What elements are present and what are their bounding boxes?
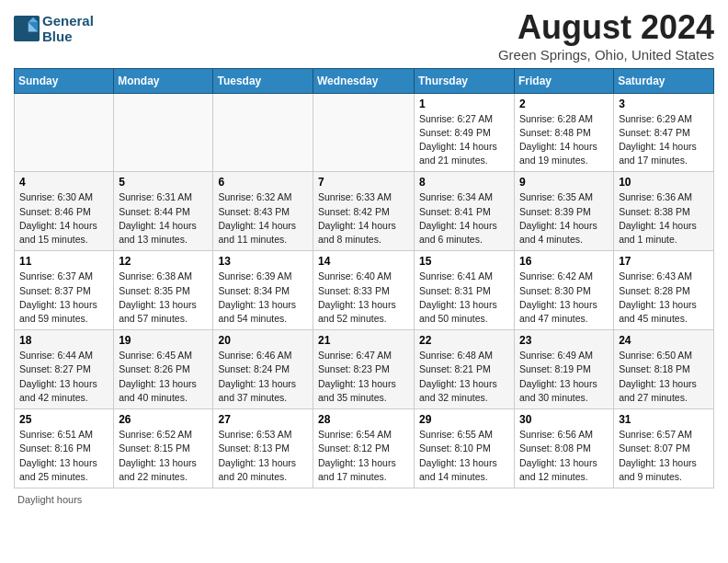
day-number: 14	[318, 255, 409, 268]
day-number: 27	[218, 413, 308, 426]
day-of-week-friday: Friday	[515, 68, 614, 93]
week-row-4: 25Sunrise: 6:51 AM Sunset: 8:16 PM Dayli…	[15, 409, 714, 488]
day-of-week-saturday: Saturday	[614, 68, 714, 93]
calendar-cell: 22Sunrise: 6:48 AM Sunset: 8:21 PM Dayli…	[415, 330, 515, 409]
day-of-week-sunday: Sunday	[15, 68, 114, 93]
day-number: 20	[218, 334, 308, 347]
logo-line1: General	[42, 13, 94, 29]
day-number: 25	[19, 413, 108, 426]
calendar-cell: 26Sunrise: 6:52 AM Sunset: 8:15 PM Dayli…	[114, 409, 213, 488]
week-row-3: 18Sunrise: 6:44 AM Sunset: 8:27 PM Dayli…	[15, 330, 714, 409]
day-info: Sunrise: 6:30 AM Sunset: 8:46 PM Dayligh…	[19, 190, 108, 247]
month-title: August 2024	[498, 9, 714, 46]
day-number: 6	[218, 176, 308, 189]
day-info: Sunrise: 6:28 AM Sunset: 8:48 PM Dayligh…	[519, 112, 609, 168]
day-info: Sunrise: 6:52 AM Sunset: 8:15 PM Dayligh…	[119, 428, 208, 484]
title-block: August 2024 Green Springs, Ohio, United …	[498, 9, 714, 63]
day-info: Sunrise: 6:36 AM Sunset: 8:38 PM Dayligh…	[619, 190, 709, 247]
week-row-2: 11Sunrise: 6:37 AM Sunset: 8:37 PM Dayli…	[15, 251, 714, 330]
day-info: Sunrise: 6:38 AM Sunset: 8:35 PM Dayligh…	[119, 270, 208, 326]
day-info: Sunrise: 6:55 AM Sunset: 8:10 PM Dayligh…	[419, 428, 509, 484]
calendar-cell: 16Sunrise: 6:42 AM Sunset: 8:30 PM Dayli…	[515, 251, 614, 330]
calendar-cell	[114, 93, 213, 172]
calendar-cell: 3Sunrise: 6:29 AM Sunset: 8:47 PM Daylig…	[614, 93, 714, 172]
day-info: Sunrise: 6:37 AM Sunset: 8:37 PM Dayligh…	[19, 270, 108, 326]
calendar-cell: 28Sunrise: 6:54 AM Sunset: 8:12 PM Dayli…	[313, 409, 415, 488]
day-number: 3	[619, 98, 709, 110]
calendar-cell: 6Sunrise: 6:32 AM Sunset: 8:43 PM Daylig…	[213, 172, 313, 251]
page: General Blue August 2024 Green Springs, …	[0, 0, 728, 514]
day-number: 1	[419, 98, 509, 110]
day-number: 11	[19, 255, 108, 268]
calendar-cell: 2Sunrise: 6:28 AM Sunset: 8:48 PM Daylig…	[515, 93, 614, 172]
day-info: Sunrise: 6:46 AM Sunset: 8:24 PM Dayligh…	[218, 349, 308, 405]
calendar-header-row: SundayMondayTuesdayWednesdayThursdayFrid…	[15, 68, 714, 93]
day-info: Sunrise: 6:39 AM Sunset: 8:34 PM Dayligh…	[218, 270, 308, 326]
calendar-cell: 23Sunrise: 6:49 AM Sunset: 8:19 PM Dayli…	[515, 330, 614, 409]
calendar-cell	[15, 93, 114, 172]
day-info: Sunrise: 6:43 AM Sunset: 8:28 PM Dayligh…	[619, 270, 709, 326]
day-number: 29	[419, 413, 509, 426]
day-info: Sunrise: 6:54 AM Sunset: 8:12 PM Dayligh…	[318, 428, 409, 484]
calendar-table: SundayMondayTuesdayWednesdayThursdayFrid…	[14, 68, 714, 488]
logo: General Blue	[14, 13, 94, 45]
day-number: 31	[619, 413, 709, 426]
week-row-0: 1Sunrise: 6:27 AM Sunset: 8:49 PM Daylig…	[15, 93, 714, 172]
day-info: Sunrise: 6:31 AM Sunset: 8:44 PM Dayligh…	[119, 190, 208, 247]
day-info: Sunrise: 6:40 AM Sunset: 8:33 PM Dayligh…	[318, 270, 409, 326]
calendar-cell: 24Sunrise: 6:50 AM Sunset: 8:18 PM Dayli…	[614, 330, 714, 409]
day-number: 12	[119, 255, 208, 268]
day-info: Sunrise: 6:45 AM Sunset: 8:26 PM Dayligh…	[119, 349, 208, 405]
calendar-cell: 29Sunrise: 6:55 AM Sunset: 8:10 PM Dayli…	[415, 409, 515, 488]
footer: Daylight hours	[14, 494, 714, 505]
day-number: 4	[19, 176, 108, 189]
logo-line2: Blue	[42, 29, 94, 44]
calendar-cell: 21Sunrise: 6:47 AM Sunset: 8:23 PM Dayli…	[313, 330, 415, 409]
calendar-cell: 15Sunrise: 6:41 AM Sunset: 8:31 PM Dayli…	[415, 251, 515, 330]
day-number: 17	[619, 255, 709, 268]
day-number: 5	[119, 176, 208, 189]
day-of-week-wednesday: Wednesday	[313, 68, 415, 93]
calendar-cell: 7Sunrise: 6:33 AM Sunset: 8:42 PM Daylig…	[313, 172, 415, 251]
logo-text: General Blue	[42, 13, 94, 45]
day-info: Sunrise: 6:29 AM Sunset: 8:47 PM Dayligh…	[619, 112, 709, 168]
calendar-cell: 25Sunrise: 6:51 AM Sunset: 8:16 PM Dayli…	[15, 409, 114, 488]
day-number: 15	[419, 255, 509, 268]
logo-icon	[14, 16, 40, 41]
day-info: Sunrise: 6:56 AM Sunset: 8:08 PM Dayligh…	[519, 428, 609, 484]
day-info: Sunrise: 6:53 AM Sunset: 8:13 PM Dayligh…	[218, 428, 308, 484]
day-info: Sunrise: 6:35 AM Sunset: 8:39 PM Dayligh…	[519, 190, 609, 247]
day-info: Sunrise: 6:57 AM Sunset: 8:07 PM Dayligh…	[619, 428, 709, 484]
day-of-week-thursday: Thursday	[415, 68, 515, 93]
calendar-cell: 27Sunrise: 6:53 AM Sunset: 8:13 PM Dayli…	[213, 409, 313, 488]
calendar-cell: 5Sunrise: 6:31 AM Sunset: 8:44 PM Daylig…	[114, 172, 213, 251]
calendar-cell: 1Sunrise: 6:27 AM Sunset: 8:49 PM Daylig…	[415, 93, 515, 172]
day-info: Sunrise: 6:51 AM Sunset: 8:16 PM Dayligh…	[19, 428, 108, 484]
day-of-week-tuesday: Tuesday	[213, 68, 313, 93]
calendar-cell: 4Sunrise: 6:30 AM Sunset: 8:46 PM Daylig…	[15, 172, 114, 251]
calendar-cell: 31Sunrise: 6:57 AM Sunset: 8:07 PM Dayli…	[614, 409, 714, 488]
day-number: 30	[519, 413, 609, 426]
day-info: Sunrise: 6:33 AM Sunset: 8:42 PM Dayligh…	[318, 190, 409, 247]
day-number: 21	[318, 334, 409, 347]
location: Green Springs, Ohio, United States	[498, 47, 714, 63]
calendar-cell	[313, 93, 415, 172]
header: General Blue August 2024 Green Springs, …	[14, 9, 714, 63]
day-number: 8	[419, 176, 509, 189]
calendar-cell	[213, 93, 313, 172]
day-number: 10	[619, 176, 709, 189]
day-number: 23	[519, 334, 609, 347]
calendar-cell: 10Sunrise: 6:36 AM Sunset: 8:38 PM Dayli…	[614, 172, 714, 251]
day-number: 22	[419, 334, 509, 347]
day-of-week-monday: Monday	[114, 68, 213, 93]
day-info: Sunrise: 6:27 AM Sunset: 8:49 PM Dayligh…	[419, 112, 509, 168]
day-number: 19	[119, 334, 208, 347]
day-info: Sunrise: 6:48 AM Sunset: 8:21 PM Dayligh…	[419, 349, 509, 405]
calendar-cell: 19Sunrise: 6:45 AM Sunset: 8:26 PM Dayli…	[114, 330, 213, 409]
week-row-1: 4Sunrise: 6:30 AM Sunset: 8:46 PM Daylig…	[15, 172, 714, 251]
calendar-cell: 17Sunrise: 6:43 AM Sunset: 8:28 PM Dayli…	[614, 251, 714, 330]
footer-text: Daylight hours	[17, 494, 82, 505]
day-number: 28	[318, 413, 409, 426]
day-info: Sunrise: 6:41 AM Sunset: 8:31 PM Dayligh…	[419, 270, 509, 326]
day-number: 24	[619, 334, 709, 347]
